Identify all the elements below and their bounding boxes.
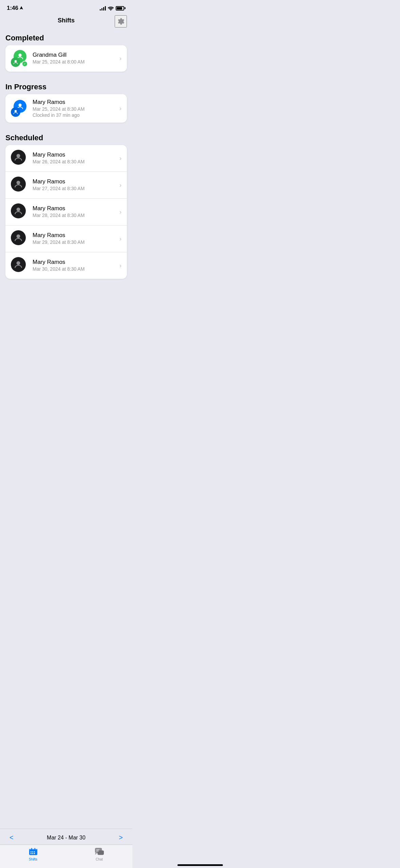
svg-point-0 [18, 54, 21, 57]
svg-point-7 [17, 234, 20, 238]
shift-time-mar27: Mar 27, 2024 at 8:30 AM [33, 186, 117, 191]
status-time: 1:46 [7, 5, 18, 12]
shift-info-mar30: Mary Ramos Mar 30, 2024 at 8:30 AM [33, 259, 117, 272]
svg-point-8 [17, 261, 20, 265]
avatar-scheduled-mar28 [11, 203, 28, 220]
avatar-scheduled-mar26 [11, 150, 28, 167]
shift-time-inprogress: Mar 25, 2024 at 8:30 AM [33, 106, 117, 112]
svg-point-2 [18, 104, 21, 107]
chevron-right-icon: › [119, 209, 121, 216]
person-icon-scheduled-4 [14, 233, 23, 242]
shift-row-mar30[interactable]: Mary Ramos Mar 30, 2024 at 8:30 AM › [5, 252, 127, 279]
shift-name-mar28: Mary Ramos [33, 205, 117, 212]
battery-icon [116, 6, 126, 11]
main-content: Completed [0, 28, 132, 325]
shift-name-mar26: Mary Ramos [33, 151, 117, 158]
person-icon-secondary-inprogress [13, 109, 18, 115]
status-bar: 1:46 [0, 0, 132, 14]
shift-time-mar26: Mar 26, 2024 at 8:30 AM [33, 159, 117, 164]
shift-info-mar26: Mary Ramos Mar 26, 2024 at 8:30 AM [33, 151, 117, 165]
signal-icon [100, 6, 106, 11]
section-header-completed: Completed [0, 28, 132, 45]
shift-status-inprogress: Clocked in 37 min ago [33, 112, 117, 118]
shift-name-mar30: Mary Ramos [33, 259, 117, 266]
shift-info-mar29: Mary Ramos Mar 29, 2024 at 8:30 AM [33, 232, 117, 246]
avatar-scheduled-mar27 [11, 177, 28, 194]
shift-row-mar27[interactable]: Mary Ramos Mar 27, 2024 at 8:30 AM › [5, 172, 127, 199]
section-header-inprogress: In Progress [0, 77, 132, 94]
scheduled-card: Mary Ramos Mar 26, 2024 at 8:30 AM › Mar… [5, 145, 127, 279]
person-icon-scheduled [14, 153, 23, 162]
person-icon-scheduled-2 [14, 180, 23, 188]
shift-name-mar29: Mary Ramos [33, 232, 117, 239]
nav-header: Shifts [0, 14, 132, 28]
shift-row-mary-inprogress[interactable]: Mary Ramos Mar 25, 2024 at 8:30 AM Clock… [5, 94, 127, 123]
person-icon-secondary [13, 59, 18, 65]
shift-time: Mar 25, 2024 at 8:00 AM [33, 59, 117, 65]
inprogress-card: Mary Ramos Mar 25, 2024 at 8:30 AM Clock… [5, 94, 127, 123]
avatar-scheduled-mar30 [11, 257, 28, 274]
section-header-scheduled: Scheduled [0, 128, 132, 145]
shift-time-mar30: Mar 30, 2024 at 8:30 AM [33, 266, 117, 272]
shift-info-inprogress: Mary Ramos Mar 25, 2024 at 8:30 AM Clock… [33, 99, 117, 118]
status-icons [100, 6, 126, 11]
shift-time-mar29: Mar 29, 2024 at 8:30 AM [33, 239, 117, 245]
shift-info-mar27: Mary Ramos Mar 27, 2024 at 8:30 AM [33, 178, 117, 192]
chevron-right-icon: › [119, 105, 121, 112]
avatar-scheduled-mar29 [11, 230, 28, 247]
shift-info-mar28: Mary Ramos Mar 28, 2024 at 8:30 AM [33, 205, 117, 219]
chevron-right-icon: › [119, 235, 121, 242]
shift-row-grandma-gill[interactable]: ✓ Grandma Gill Mar 25, 2024 at 8:00 AM › [5, 45, 127, 72]
chevron-right-icon: › [119, 155, 121, 162]
location-icon [20, 6, 23, 10]
shift-name: Grandma Gill [33, 52, 117, 58]
completed-card: ✓ Grandma Gill Mar 25, 2024 at 8:00 AM › [5, 45, 127, 72]
svg-point-6 [17, 207, 20, 211]
avatar-completed: ✓ [11, 50, 28, 67]
shift-time-mar28: Mar 28, 2024 at 8:30 AM [33, 213, 117, 218]
page-title: Shifts [58, 17, 75, 24]
chevron-right-icon: › [119, 182, 121, 189]
avatar-inprogress [11, 100, 28, 117]
shift-name-inprogress: Mary Ramos [33, 99, 117, 106]
svg-point-5 [17, 181, 20, 184]
settings-button[interactable] [115, 15, 127, 28]
shift-row-mar29[interactable]: Mary Ramos Mar 29, 2024 at 8:30 AM › [5, 225, 127, 252]
chevron-right-icon: › [119, 262, 121, 269]
svg-point-3 [15, 110, 17, 112]
svg-point-4 [17, 154, 20, 158]
wifi-icon [108, 6, 114, 11]
checkmark-badge: ✓ [22, 61, 28, 67]
shift-row-mar26[interactable]: Mary Ramos Mar 26, 2024 at 8:30 AM › [5, 145, 127, 172]
shift-row-mar28[interactable]: Mary Ramos Mar 28, 2024 at 8:30 AM › [5, 199, 127, 225]
shift-info: Grandma Gill Mar 25, 2024 at 8:00 AM [33, 52, 117, 65]
chevron-right-icon: › [119, 55, 121, 62]
svg-point-1 [15, 60, 17, 62]
person-icon-scheduled-3 [14, 206, 23, 215]
gear-icon [116, 17, 126, 26]
shift-name-mar27: Mary Ramos [33, 178, 117, 185]
person-icon-scheduled-5 [14, 260, 23, 269]
